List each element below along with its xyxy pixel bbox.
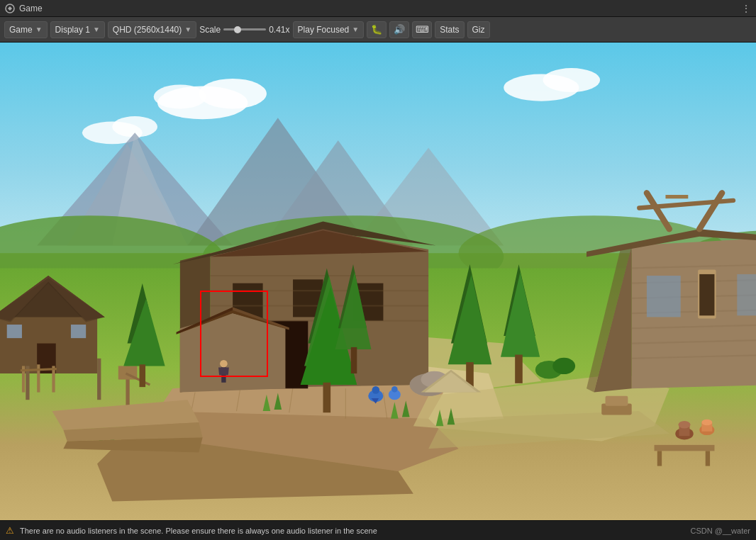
svg-rect-75 [647, 276, 681, 317]
svg-point-98 [552, 358, 575, 374]
game-dropdown-arrow: ▼ [35, 26, 43, 33]
svg-rect-96 [515, 354, 523, 383]
svg-marker-136 [218, 368, 229, 376]
svg-rect-79 [699, 274, 714, 315]
play-focused-arrow: ▼ [352, 26, 359, 33]
svg-rect-38 [71, 325, 86, 338]
svg-rect-90 [351, 347, 357, 373]
svg-rect-87 [323, 383, 331, 412]
scale-slider[interactable] [223, 28, 266, 30]
bug-icon-button[interactable]: 🐛 [367, 21, 387, 38]
display-dropdown[interactable]: Display 1 ▼ [50, 21, 105, 38]
game-viewport[interactable] [0, 43, 756, 520]
scale-label: Scale [199, 25, 221, 35]
display-dropdown-arrow: ▼ [93, 26, 100, 33]
stats-button[interactable]: Stats [435, 21, 464, 38]
svg-rect-124 [606, 396, 628, 406]
bug-icon: 🐛 [371, 24, 382, 35]
audio-icon: 🔊 [394, 24, 405, 35]
toolbar: Game ▼ Display 1 ▼ QHD (2560x1440) ▼ Sca… [0, 17, 756, 43]
keyboard-icon: ⌨ [416, 24, 429, 35]
game-dropdown[interactable]: Game ▼ [4, 21, 48, 38]
svg-point-135 [220, 360, 228, 368]
svg-rect-40 [97, 359, 101, 400]
svg-rect-77 [737, 274, 756, 315]
svg-line-119 [21, 369, 57, 371]
svg-point-4 [154, 84, 206, 108]
tab-more-button[interactable]: ⋮ [741, 3, 752, 14]
resolution-dropdown-arrow: ▼ [184, 26, 191, 33]
svg-rect-37 [7, 325, 22, 338]
scene-svg [0, 43, 756, 520]
scale-slider-thumb [234, 26, 241, 33]
audio-icon-button[interactable]: 🔊 [389, 21, 409, 38]
svg-point-130 [701, 420, 712, 425]
svg-point-110 [372, 386, 380, 394]
tab-bar: Game ⋮ [0, 0, 756, 17]
status-bar: ⚠ There are no audio listeners in the sc… [0, 520, 756, 540]
tab-title: Game [19, 4, 43, 13]
svg-point-113 [391, 386, 397, 392]
gizmos-button[interactable]: Giz [467, 21, 490, 38]
status-message: There are no audio listeners in the scen… [20, 527, 684, 535]
svg-point-3 [199, 79, 267, 108]
resolution-dropdown[interactable]: QHD (2560x1440) ▼ [108, 21, 196, 38]
svg-rect-83 [140, 364, 145, 387]
play-focused-dropdown[interactable]: Play Focused ▼ [293, 21, 365, 38]
keyboard-icon-button[interactable]: ⌨ [412, 21, 432, 38]
game-tab-icon [4, 3, 16, 14]
status-right-text: CSDN @__water [690, 527, 750, 535]
scale-value: 0.41x [269, 25, 289, 35]
svg-point-127 [679, 421, 691, 429]
svg-rect-133 [706, 451, 710, 466]
svg-rect-132 [657, 451, 662, 466]
svg-point-8 [543, 68, 600, 92]
warning-icon: ⚠ [6, 525, 14, 536]
scale-control: Scale 0.41x [199, 25, 289, 35]
svg-rect-131 [655, 445, 715, 451]
